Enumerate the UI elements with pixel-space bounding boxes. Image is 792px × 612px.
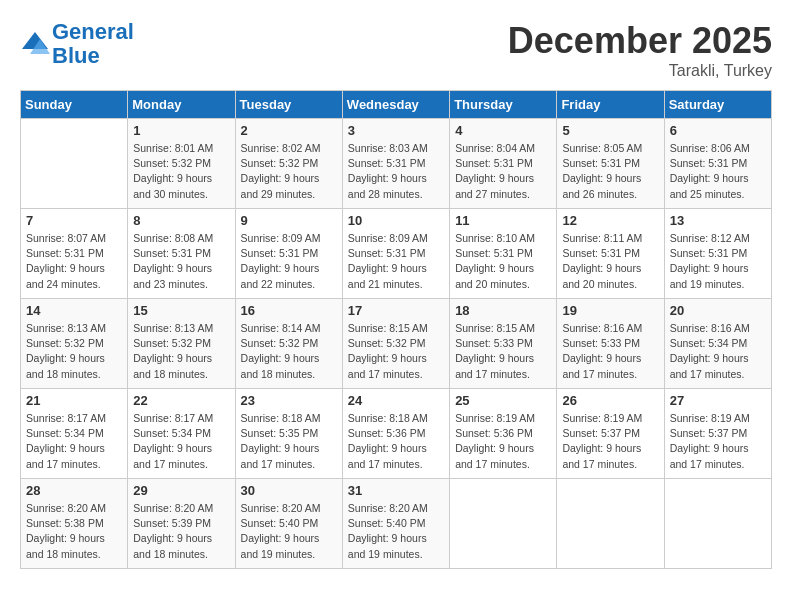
- day-number: 3: [348, 123, 444, 138]
- calendar-cell: 25Sunrise: 8:19 AM Sunset: 5:36 PM Dayli…: [450, 389, 557, 479]
- calendar-cell: 17Sunrise: 8:15 AM Sunset: 5:32 PM Dayli…: [342, 299, 449, 389]
- day-number: 30: [241, 483, 337, 498]
- day-number: 26: [562, 393, 658, 408]
- day-number: 15: [133, 303, 229, 318]
- day-number: 14: [26, 303, 122, 318]
- calendar-header: SundayMondayTuesdayWednesdayThursdayFrid…: [21, 91, 772, 119]
- day-number: 25: [455, 393, 551, 408]
- calendar-cell: 23Sunrise: 8:18 AM Sunset: 5:35 PM Dayli…: [235, 389, 342, 479]
- month-title: December 2025: [508, 20, 772, 62]
- calendar-cell: [664, 479, 771, 569]
- day-info: Sunrise: 8:12 AM Sunset: 5:31 PM Dayligh…: [670, 231, 766, 292]
- day-info: Sunrise: 8:20 AM Sunset: 5:40 PM Dayligh…: [241, 501, 337, 562]
- calendar-cell: 26Sunrise: 8:19 AM Sunset: 5:37 PM Dayli…: [557, 389, 664, 479]
- calendar-cell: [450, 479, 557, 569]
- day-info: Sunrise: 8:11 AM Sunset: 5:31 PM Dayligh…: [562, 231, 658, 292]
- calendar-cell: [21, 119, 128, 209]
- calendar-cell: 7Sunrise: 8:07 AM Sunset: 5:31 PM Daylig…: [21, 209, 128, 299]
- calendar-cell: 29Sunrise: 8:20 AM Sunset: 5:39 PM Dayli…: [128, 479, 235, 569]
- day-info: Sunrise: 8:13 AM Sunset: 5:32 PM Dayligh…: [133, 321, 229, 382]
- day-number: 2: [241, 123, 337, 138]
- day-info: Sunrise: 8:07 AM Sunset: 5:31 PM Dayligh…: [26, 231, 122, 292]
- calendar-week-2: 7Sunrise: 8:07 AM Sunset: 5:31 PM Daylig…: [21, 209, 772, 299]
- day-number: 19: [562, 303, 658, 318]
- day-info: Sunrise: 8:20 AM Sunset: 5:39 PM Dayligh…: [133, 501, 229, 562]
- day-info: Sunrise: 8:01 AM Sunset: 5:32 PM Dayligh…: [133, 141, 229, 202]
- weekday-header-thursday: Thursday: [450, 91, 557, 119]
- calendar-cell: 9Sunrise: 8:09 AM Sunset: 5:31 PM Daylig…: [235, 209, 342, 299]
- calendar-cell: 1Sunrise: 8:01 AM Sunset: 5:32 PM Daylig…: [128, 119, 235, 209]
- day-info: Sunrise: 8:02 AM Sunset: 5:32 PM Dayligh…: [241, 141, 337, 202]
- calendar-cell: 10Sunrise: 8:09 AM Sunset: 5:31 PM Dayli…: [342, 209, 449, 299]
- day-info: Sunrise: 8:19 AM Sunset: 5:36 PM Dayligh…: [455, 411, 551, 472]
- day-info: Sunrise: 8:06 AM Sunset: 5:31 PM Dayligh…: [670, 141, 766, 202]
- day-info: Sunrise: 8:19 AM Sunset: 5:37 PM Dayligh…: [670, 411, 766, 472]
- calendar-week-1: 1Sunrise: 8:01 AM Sunset: 5:32 PM Daylig…: [21, 119, 772, 209]
- day-number: 9: [241, 213, 337, 228]
- day-number: 1: [133, 123, 229, 138]
- day-info: Sunrise: 8:10 AM Sunset: 5:31 PM Dayligh…: [455, 231, 551, 292]
- day-number: 10: [348, 213, 444, 228]
- day-info: Sunrise: 8:18 AM Sunset: 5:35 PM Dayligh…: [241, 411, 337, 472]
- day-info: Sunrise: 8:20 AM Sunset: 5:40 PM Dayligh…: [348, 501, 444, 562]
- day-info: Sunrise: 8:17 AM Sunset: 5:34 PM Dayligh…: [26, 411, 122, 472]
- calendar-cell: 27Sunrise: 8:19 AM Sunset: 5:37 PM Dayli…: [664, 389, 771, 479]
- logo: General Blue: [20, 20, 134, 68]
- day-info: Sunrise: 8:18 AM Sunset: 5:36 PM Dayligh…: [348, 411, 444, 472]
- day-number: 8: [133, 213, 229, 228]
- day-number: 21: [26, 393, 122, 408]
- calendar-body: 1Sunrise: 8:01 AM Sunset: 5:32 PM Daylig…: [21, 119, 772, 569]
- day-number: 17: [348, 303, 444, 318]
- day-number: 18: [455, 303, 551, 318]
- calendar-cell: 5Sunrise: 8:05 AM Sunset: 5:31 PM Daylig…: [557, 119, 664, 209]
- weekday-row: SundayMondayTuesdayWednesdayThursdayFrid…: [21, 91, 772, 119]
- logo-icon: [20, 29, 50, 59]
- calendar-cell: 4Sunrise: 8:04 AM Sunset: 5:31 PM Daylig…: [450, 119, 557, 209]
- calendar-cell: 14Sunrise: 8:13 AM Sunset: 5:32 PM Dayli…: [21, 299, 128, 389]
- day-number: 23: [241, 393, 337, 408]
- calendar-cell: 8Sunrise: 8:08 AM Sunset: 5:31 PM Daylig…: [128, 209, 235, 299]
- calendar-week-3: 14Sunrise: 8:13 AM Sunset: 5:32 PM Dayli…: [21, 299, 772, 389]
- calendar-cell: 19Sunrise: 8:16 AM Sunset: 5:33 PM Dayli…: [557, 299, 664, 389]
- day-info: Sunrise: 8:15 AM Sunset: 5:32 PM Dayligh…: [348, 321, 444, 382]
- calendar-cell: 30Sunrise: 8:20 AM Sunset: 5:40 PM Dayli…: [235, 479, 342, 569]
- calendar-cell: 21Sunrise: 8:17 AM Sunset: 5:34 PM Dayli…: [21, 389, 128, 479]
- day-number: 7: [26, 213, 122, 228]
- day-number: 4: [455, 123, 551, 138]
- calendar-cell: 20Sunrise: 8:16 AM Sunset: 5:34 PM Dayli…: [664, 299, 771, 389]
- day-info: Sunrise: 8:09 AM Sunset: 5:31 PM Dayligh…: [348, 231, 444, 292]
- day-info: Sunrise: 8:16 AM Sunset: 5:33 PM Dayligh…: [562, 321, 658, 382]
- day-number: 5: [562, 123, 658, 138]
- weekday-header-friday: Friday: [557, 91, 664, 119]
- day-number: 6: [670, 123, 766, 138]
- day-info: Sunrise: 8:19 AM Sunset: 5:37 PM Dayligh…: [562, 411, 658, 472]
- calendar-week-4: 21Sunrise: 8:17 AM Sunset: 5:34 PM Dayli…: [21, 389, 772, 479]
- calendar-cell: 16Sunrise: 8:14 AM Sunset: 5:32 PM Dayli…: [235, 299, 342, 389]
- page-header: General Blue December 2025 Tarakli, Turk…: [20, 20, 772, 80]
- calendar-cell: 15Sunrise: 8:13 AM Sunset: 5:32 PM Dayli…: [128, 299, 235, 389]
- calendar-cell: 18Sunrise: 8:15 AM Sunset: 5:33 PM Dayli…: [450, 299, 557, 389]
- day-info: Sunrise: 8:20 AM Sunset: 5:38 PM Dayligh…: [26, 501, 122, 562]
- calendar-cell: 3Sunrise: 8:03 AM Sunset: 5:31 PM Daylig…: [342, 119, 449, 209]
- calendar-cell: 24Sunrise: 8:18 AM Sunset: 5:36 PM Dayli…: [342, 389, 449, 479]
- calendar-cell: 28Sunrise: 8:20 AM Sunset: 5:38 PM Dayli…: [21, 479, 128, 569]
- day-number: 29: [133, 483, 229, 498]
- calendar-cell: 6Sunrise: 8:06 AM Sunset: 5:31 PM Daylig…: [664, 119, 771, 209]
- day-number: 24: [348, 393, 444, 408]
- calendar-cell: 22Sunrise: 8:17 AM Sunset: 5:34 PM Dayli…: [128, 389, 235, 479]
- day-number: 28: [26, 483, 122, 498]
- day-info: Sunrise: 8:05 AM Sunset: 5:31 PM Dayligh…: [562, 141, 658, 202]
- day-number: 22: [133, 393, 229, 408]
- day-info: Sunrise: 8:09 AM Sunset: 5:31 PM Dayligh…: [241, 231, 337, 292]
- calendar-table: SundayMondayTuesdayWednesdayThursdayFrid…: [20, 90, 772, 569]
- day-info: Sunrise: 8:16 AM Sunset: 5:34 PM Dayligh…: [670, 321, 766, 382]
- day-number: 12: [562, 213, 658, 228]
- day-number: 11: [455, 213, 551, 228]
- location: Tarakli, Turkey: [508, 62, 772, 80]
- day-info: Sunrise: 8:08 AM Sunset: 5:31 PM Dayligh…: [133, 231, 229, 292]
- calendar-cell: 13Sunrise: 8:12 AM Sunset: 5:31 PM Dayli…: [664, 209, 771, 299]
- weekday-header-sunday: Sunday: [21, 91, 128, 119]
- logo-line2: Blue: [52, 43, 100, 68]
- day-number: 16: [241, 303, 337, 318]
- calendar-cell: 31Sunrise: 8:20 AM Sunset: 5:40 PM Dayli…: [342, 479, 449, 569]
